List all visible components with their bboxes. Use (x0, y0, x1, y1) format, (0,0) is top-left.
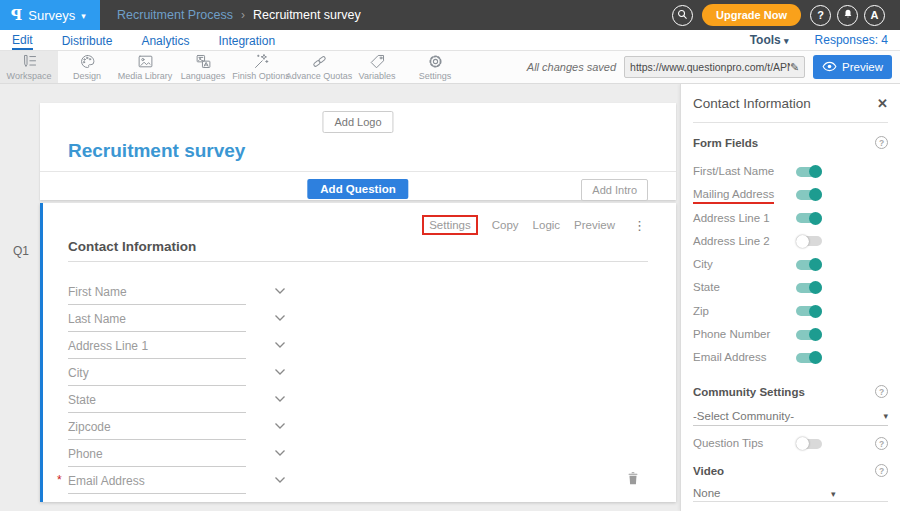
avatar[interactable]: A (864, 5, 885, 26)
toolbar-item-media-library[interactable]: Media Library (116, 51, 174, 83)
search-icon (676, 8, 689, 23)
field-city[interactable]: * City (68, 359, 286, 386)
community-select[interactable]: -Select Community- ▾ (693, 406, 888, 426)
toolbar-item-design[interactable]: Design (58, 51, 116, 83)
image-icon (137, 54, 154, 70)
question-preview-action[interactable]: Preview (574, 219, 615, 231)
question-settings-action[interactable]: Settings (422, 215, 478, 235)
chevron-down-icon[interactable] (274, 443, 286, 461)
divider (68, 261, 648, 262)
required-asterisk: * (57, 473, 62, 487)
video-select[interactable]: None ▾ (693, 484, 888, 502)
toggle-switch[interactable] (796, 351, 822, 364)
chevron-down-icon[interactable] (274, 308, 286, 326)
toggle-row-state: State (693, 276, 888, 299)
toggle-switch[interactable] (796, 212, 822, 225)
toggle-row-email-address: Email Address (693, 346, 888, 369)
toggle-switch[interactable] (796, 235, 822, 248)
question-title[interactable]: Contact Information (68, 239, 196, 254)
help-icon[interactable]: ? (875, 385, 888, 398)
field-phone[interactable]: * Phone (68, 440, 286, 467)
toolbar-item-finish-options[interactable]: Finish Options (232, 51, 290, 83)
chevron-down-icon[interactable] (274, 470, 286, 488)
field-zipcode[interactable]: * Zipcode (68, 413, 286, 440)
help-button[interactable]: ? (810, 5, 831, 26)
panel-title: Contact Information (693, 96, 811, 111)
tag-icon (369, 54, 386, 70)
responses-count-link[interactable]: Responses: 4 (815, 33, 888, 47)
edit-pencil-icon[interactable]: ✎ (790, 61, 799, 74)
add-logo-button[interactable]: Add Logo (322, 111, 393, 133)
search-button[interactable] (672, 5, 693, 26)
breadcrumb-folder-link[interactable]: Recruitment Process (117, 8, 233, 22)
toolbar-item-variables[interactable]: Variables (348, 51, 406, 83)
preview-button[interactable]: Preview (813, 55, 892, 79)
field-last-name[interactable]: * Last Name (68, 305, 286, 332)
help-icon[interactable]: ? (875, 437, 888, 450)
tab-edit[interactable]: Edit (12, 31, 33, 50)
chevron-down-icon[interactable] (274, 389, 286, 407)
help-icon[interactable]: ? (875, 464, 888, 477)
field-email-address[interactable]: * Email Address (68, 467, 286, 494)
toggle-switch[interactable] (796, 328, 822, 341)
tools-menu[interactable]: Tools ▾ (750, 33, 789, 47)
divider (40, 171, 676, 172)
topbar-actions: Upgrade Now ? A (672, 4, 900, 26)
tab-distribute[interactable]: Distribute (62, 32, 113, 49)
chevron-down-icon[interactable] (274, 281, 286, 299)
field-address-line-1[interactable]: * Address Line 1 (68, 332, 286, 359)
chain-links-icon (311, 54, 328, 70)
contact-fields: * First Name * Last Name * Address Line … (68, 278, 286, 494)
toolbar-item-workspace[interactable]: Workspace (0, 51, 58, 83)
survey-editor-canvas: Add Logo Recruitment survey Add Question… (0, 84, 680, 511)
toggle-switch[interactable] (796, 258, 822, 271)
toggle-switch[interactable] (796, 281, 822, 294)
question-tips-toggle[interactable] (796, 437, 822, 450)
toggle-switch[interactable] (796, 165, 822, 178)
chevron-down-icon[interactable] (274, 362, 286, 380)
questionpro-logo-icon: P (11, 6, 22, 24)
editor-toolbar: Workspace Design Media Library Languages… (0, 51, 900, 84)
survey-url-input[interactable] (630, 61, 790, 73)
translate-icon (195, 54, 212, 70)
help-icon[interactable]: ? (875, 136, 888, 149)
delete-question-button[interactable] (626, 470, 640, 489)
bell-icon (842, 8, 854, 22)
trash-icon (626, 474, 640, 489)
question-copy-action[interactable]: Copy (492, 219, 519, 231)
breadcrumb: Recruitment Process › Recruitment survey (117, 8, 361, 22)
chevron-down-icon: ▾ (883, 411, 888, 421)
tab-analytics[interactable]: Analytics (141, 32, 189, 49)
chevron-down-icon[interactable] (274, 335, 286, 353)
divider (693, 122, 888, 123)
video-header: Video ? (693, 464, 888, 477)
topbar: P Surveys ▾ Recruitment Process › Recrui… (0, 0, 900, 30)
add-intro-button[interactable]: Add Intro (581, 179, 648, 201)
community-settings-header: Community Settings ? (693, 385, 888, 398)
upgrade-now-button[interactable]: Upgrade Now (702, 4, 801, 26)
close-icon[interactable]: ✕ (877, 96, 888, 111)
question-logic-action[interactable]: Logic (533, 219, 561, 231)
toggle-switch[interactable] (796, 305, 822, 318)
magic-wand-icon (253, 54, 270, 70)
panel-header: Contact Information ✕ (693, 96, 888, 111)
toolbar-item-languages[interactable]: Languages (174, 51, 232, 83)
toolbar-item-advance-quotas[interactable]: Advance Quotas (290, 51, 348, 83)
breadcrumb-current: Recruitment survey (253, 8, 361, 22)
chevron-down-icon: ▾ (784, 36, 789, 46)
surveys-product-menu[interactable]: P Surveys ▾ (0, 0, 100, 30)
survey-title[interactable]: Recruitment survey (68, 140, 245, 162)
toggle-row-zip: Zip (693, 300, 888, 323)
question-actions: Settings Copy Logic Preview ⋮ (422, 215, 646, 235)
field-state[interactable]: * State (68, 386, 286, 413)
add-question-button[interactable]: Add Question (307, 179, 408, 199)
chevron-down-icon[interactable] (274, 416, 286, 434)
question-settings-panel: Contact Information ✕ Form Fields ? Firs… (680, 84, 900, 511)
toggle-switch[interactable] (796, 188, 822, 201)
notifications-button[interactable] (837, 5, 858, 26)
field-first-name[interactable]: * First Name (68, 278, 286, 305)
toggle-row-address-line-1: Address Line 1 (693, 207, 888, 230)
kebab-menu-icon[interactable]: ⋮ (633, 218, 646, 233)
tab-integration[interactable]: Integration (218, 32, 275, 49)
toolbar-item-settings[interactable]: Settings (406, 51, 464, 83)
